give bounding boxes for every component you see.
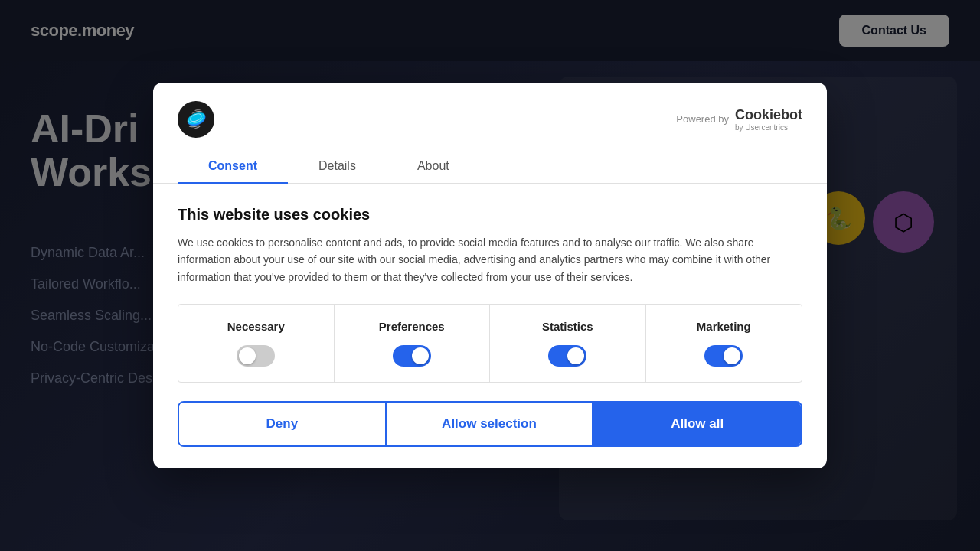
toggle-marketing[interactable] <box>704 345 743 367</box>
modal-tabs: Consent Details About <box>153 150 827 184</box>
category-preferences-label: Preferences <box>379 320 445 333</box>
modal-title: This website uses cookies <box>178 206 802 223</box>
modal-description: We use cookies to personalise content an… <box>178 234 802 285</box>
category-necessary: Necessary <box>178 305 335 382</box>
modal-header: 🥏 Powered by Cookiebot by Usercentrics <box>153 83 827 138</box>
allow-all-button[interactable]: Allow all <box>593 403 801 445</box>
toggle-track-statistics <box>548 345 586 367</box>
toggle-statistics[interactable] <box>548 345 586 367</box>
toggle-preferences[interactable] <box>393 345 431 367</box>
toggle-track-preferences <box>393 345 431 367</box>
allow-selection-button[interactable]: Allow selection <box>387 403 594 445</box>
toggle-thumb-preferences <box>412 347 429 364</box>
toggle-track-marketing <box>704 345 743 367</box>
category-marketing: Marketing <box>646 305 802 382</box>
toggle-track-necessary <box>237 345 275 367</box>
category-preferences: Preferences <box>335 305 491 382</box>
cookie-modal: 🥏 Powered by Cookiebot by Usercentrics C… <box>153 83 827 468</box>
category-statistics: Statistics <box>490 305 646 382</box>
tab-details[interactable]: Details <box>288 150 387 184</box>
deny-button[interactable]: Deny <box>179 403 387 445</box>
toggle-thumb-statistics <box>567 347 584 364</box>
cookiebot-name: Cookiebot <box>735 107 802 122</box>
cookie-categories: Necessary Preferences <box>178 304 802 383</box>
toggle-thumb-necessary <box>239 347 256 364</box>
cookiebot-brand: Cookiebot by Usercentrics <box>735 107 802 132</box>
modal-logo-icon: 🥏 <box>178 101 214 138</box>
powered-by-section: Powered by Cookiebot by Usercentrics <box>676 107 802 132</box>
modal-overlay: 🥏 Powered by Cookiebot by Usercentrics C… <box>0 0 980 551</box>
toggle-necessary[interactable] <box>237 345 275 367</box>
powered-by-label: Powered by <box>676 113 729 125</box>
modal-body: This website uses cookies We use cookies… <box>153 184 827 468</box>
category-necessary-label: Necessary <box>227 320 285 333</box>
category-marketing-label: Marketing <box>697 320 751 333</box>
tab-consent[interactable]: Consent <box>178 150 288 184</box>
tab-about[interactable]: About <box>387 150 480 184</box>
cookiebot-sub: by Usercentrics <box>735 123 802 132</box>
modal-actions: Deny Allow selection Allow all <box>178 401 802 447</box>
category-statistics-label: Statistics <box>542 320 593 333</box>
toggle-thumb-marketing <box>724 347 740 364</box>
